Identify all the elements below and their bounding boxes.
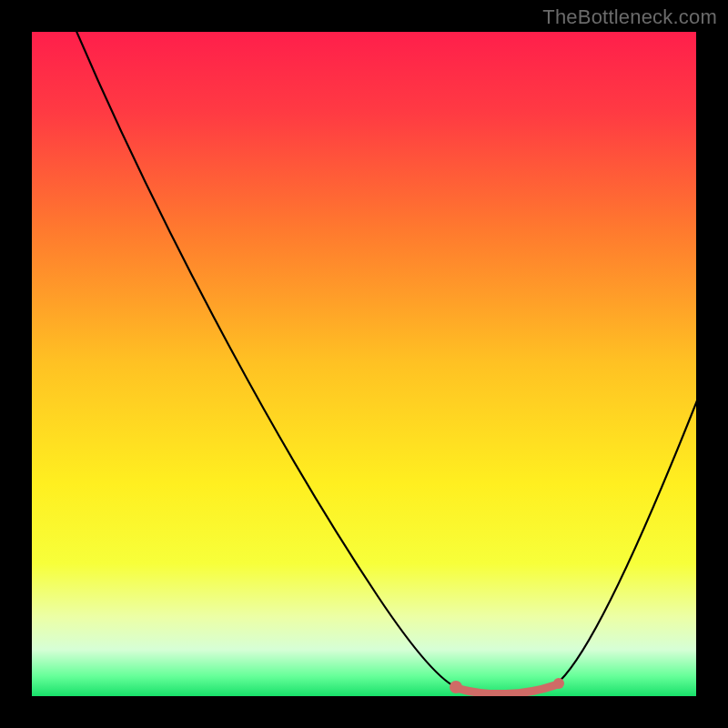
marker-dot-right (553, 678, 564, 689)
gradient-background (32, 32, 696, 696)
chart-frame: TheBottleneck.com (0, 0, 728, 728)
watermark-text: TheBottleneck.com (542, 5, 717, 29)
marker-dot-left (450, 681, 462, 693)
bottleneck-chart (32, 32, 696, 696)
